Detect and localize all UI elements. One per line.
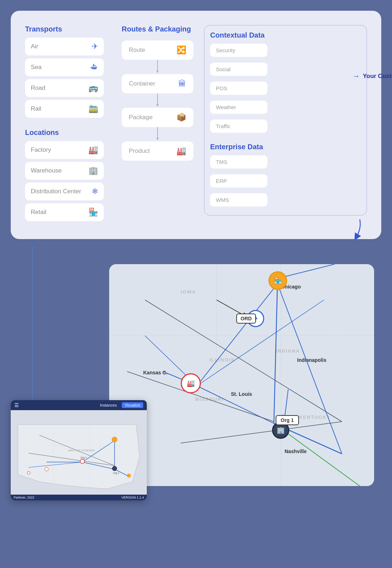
feedback-arrow-svg — [335, 218, 363, 239]
svg-line-3 — [197, 284, 277, 386]
contextual-title: Contextual Data — [210, 31, 361, 39]
col-contextual: Contextual Data Security Social POS Weat… — [204, 25, 367, 215]
locations-list: Factory 🏭 Warehouse 🏢 Distribution Cente… — [25, 141, 111, 221]
svg-point-35 — [45, 467, 48, 471]
list-item: Rail 🚞 — [25, 100, 104, 118]
diagram-section: Transports Air ✈ Sea ⛴ Road 🚌 — [11, 11, 381, 239]
distribution-center-label: Distribution Center — [31, 188, 81, 195]
routes-title: Routes & Packaging — [122, 25, 193, 33]
retail-icon: 🏪 — [88, 208, 98, 217]
factory-label: Factory — [31, 146, 51, 154]
distribution-icon: ❄ — [92, 187, 98, 196]
enterprise-section: Enterprise Data TMS ERP WMS — [210, 143, 361, 209]
pos-card: POS — [210, 82, 267, 95]
rail-icon: 🚞 — [88, 104, 98, 113]
mini-map[interactable]: ☰ Instances Visualize — [11, 400, 147, 500]
air-label: Air — [31, 43, 38, 50]
enterprise-list: TMS ERP WMS — [210, 155, 361, 209]
col-transport-locations: Transports Air ✈ Sea ⛴ Road 🚌 — [25, 25, 111, 221]
list-item: Retail 🏪 — [25, 203, 104, 221]
warehouse-label: Warehouse — [31, 167, 62, 174]
contextual-list: Security Social POS Weather Traffic — [210, 44, 361, 136]
transports-title: Transports — [25, 25, 111, 33]
security-card: Security — [210, 44, 267, 57]
social-card: Social — [210, 63, 267, 76]
svg-line-10 — [127, 372, 274, 422]
svg-point-32 — [112, 437, 117, 442]
package-icon: 📦 — [176, 113, 186, 122]
svg-line-17 — [285, 389, 288, 418]
route-label: Route — [129, 47, 145, 54]
ord-label: ORD — [236, 314, 256, 324]
list-item: Sea ⛴ — [25, 58, 104, 76]
svg-point-34 — [112, 466, 117, 471]
list-item: Road 🚌 — [25, 79, 104, 97]
container-label: Container — [129, 80, 155, 87]
svg-text:Org 1: Org 1 — [81, 456, 87, 459]
mini-map-content: UNITED STATES Org 1 Org 1 — [11, 410, 147, 499]
map-background: IOWA ILLINOIS INDIANA MISSOURI KENTUCKY … — [109, 264, 374, 486]
bottom-section: → — [0, 246, 392, 515]
sea-label: Sea — [31, 64, 42, 71]
factory-icon: 🏭 — [88, 145, 98, 155]
container-icon: 🏛 — [178, 79, 186, 88]
erp-card: ERP — [210, 174, 267, 188]
list-item: Warehouse 🏢 — [25, 162, 104, 180]
mini-map-visualize-btn[interactable]: Visualize — [122, 402, 143, 408]
package-card: Package 📦 — [122, 108, 193, 127]
enterprise-title: Enterprise Data — [210, 143, 361, 151]
org1-label: Org 1 — [276, 415, 299, 425]
left-vertical-line — [32, 246, 33, 400]
col-routes: Routes & Packaging Route 🔀 Container 🏛 P… — [122, 25, 193, 161]
kansas-factory-marker[interactable]: 🏭 — [181, 373, 201, 393]
transports-group: Transports Air ✈ Sea ⛴ Road 🚌 — [25, 25, 111, 118]
svg-line-11 — [181, 422, 342, 443]
mini-map-footer: Parlever, 2022 VERSION 1.1.4 — [11, 495, 147, 500]
road-label: Road — [31, 84, 45, 92]
wms-card: WMS — [210, 193, 267, 207]
road-icon: 🚌 — [88, 83, 98, 93]
map-lines-svg — [109, 264, 374, 486]
mini-map-version: VERSION 1.1.4 — [121, 496, 144, 499]
product-card: Product 🏭 — [122, 141, 193, 161]
retail-label: Retail — [31, 209, 46, 216]
package-label: Package — [129, 114, 153, 121]
mini-map-menu-icon: ☰ — [14, 402, 19, 408]
chicago-marker[interactable]: 🏪 — [268, 271, 287, 290]
svg-line-4 — [274, 284, 277, 423]
locations-group: Locations Factory 🏭 Warehouse 🏢 Distribu… — [25, 128, 111, 221]
svg-point-37 — [127, 474, 131, 477]
product-label: Product — [129, 147, 150, 155]
list-item: Factory 🏭 — [25, 141, 104, 159]
weather-card: Weather — [210, 101, 267, 114]
sea-icon: ⛴ — [90, 63, 98, 72]
transports-list: Air ✈ Sea ⛴ Road 🚌 Rail 🚞 — [25, 38, 111, 118]
svg-text:UNITED STATES: UNITED STATES — [68, 449, 95, 452]
main-map[interactable]: IOWA ILLINOIS INDIANA MISSOURI KENTUCKY … — [109, 264, 374, 486]
list-item: Distribution Center ❄ — [25, 183, 104, 200]
warehouse-icon: 🏢 — [88, 166, 98, 175]
locations-title: Locations — [25, 128, 111, 137]
mini-map-svg: UNITED STATES Org 1 Org 1 — [11, 410, 147, 499]
svg-point-33 — [80, 459, 84, 463]
mini-map-header: ☰ Instances Visualize — [11, 400, 147, 410]
list-item: Air ✈ — [25, 38, 104, 55]
tms-card: TMS — [210, 155, 267, 169]
mini-map-instances-label: Instances — [100, 403, 117, 407]
contextual-box: Contextual Data Security Social POS Weat… — [204, 25, 367, 215]
feedback-arrow-area — [335, 218, 363, 241]
svg-point-36 — [27, 471, 30, 474]
route-icon: 🔀 — [176, 45, 186, 55]
rail-label: Rail — [31, 105, 41, 112]
customer-text: Your Customer — [363, 73, 392, 80]
arrow-to-customer: → — [352, 72, 360, 81]
traffic-card: Traffic — [210, 120, 267, 133]
route-card: Route 🔀 — [122, 40, 193, 60]
mini-map-copyright: Parlever, 2022 — [14, 496, 34, 499]
container-card: Container 🏛 — [122, 74, 193, 93]
air-icon: ✈ — [92, 42, 98, 51]
customer-label: → Your Customer — [352, 72, 392, 81]
product-icon: 🏭 — [176, 146, 186, 156]
svg-text:Org 1: Org 1 — [113, 472, 120, 475]
